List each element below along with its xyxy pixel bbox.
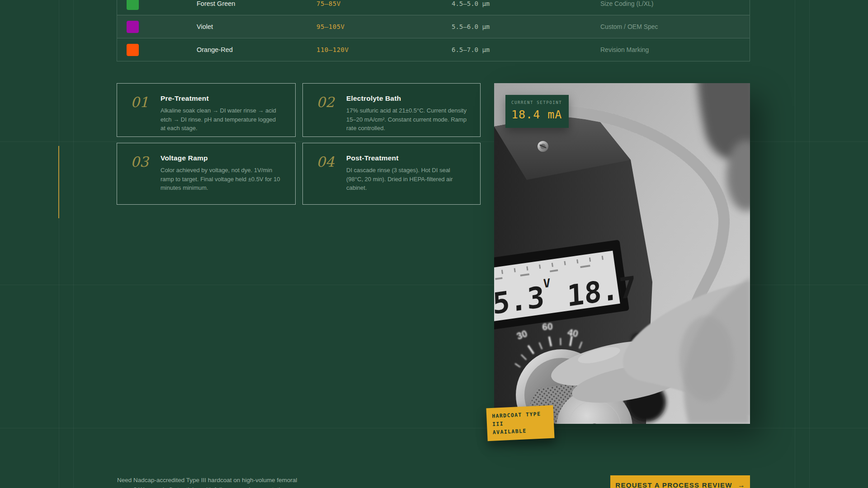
- step-number: 01: [131, 94, 151, 126]
- grid-line: [795, 0, 795, 488]
- application-label: Revision Marking: [600, 46, 750, 53]
- grid-line: [0, 428, 868, 428]
- footer-note: Need Nadcap-accredited Type III hardcoat…: [117, 475, 325, 488]
- cta-label: REQUEST A PROCESS REVIEW: [615, 481, 732, 488]
- display-voltage-unit: V: [543, 276, 551, 291]
- voltage-range: 75–85V: [316, 0, 452, 7]
- footer-note-line1: Need Nadcap-accredited Type III hardcoat…: [117, 475, 325, 485]
- current-setpoint-badge: CURRENT SETPOINT 18.4 mA: [505, 95, 569, 128]
- request-process-review-button[interactable]: REQUEST A PROCESS REVIEW →: [610, 475, 750, 488]
- grid-line: [73, 0, 74, 488]
- step-title: Pre-Treatment: [160, 94, 282, 103]
- step-number: 03: [131, 154, 151, 193]
- setpoint-label: CURRENT SETPOINT: [511, 100, 563, 105]
- arrow-right-icon: →: [738, 481, 745, 488]
- step-title: Post-Treatment: [346, 154, 467, 162]
- step-description: Alkaline soak clean → DI water rinse → a…: [160, 106, 282, 133]
- step-content: Post-Treatment DI cascade rinse (3 stage…: [346, 154, 467, 193]
- step-number: 04: [316, 154, 337, 193]
- step-description: 17% sulfuric acid at 21±0.5°C. Current d…: [346, 106, 467, 133]
- color-swatch: [127, 44, 139, 56]
- step-content: Voltage Ramp Color achieved by voltage, …: [160, 154, 282, 193]
- application-label: Size Coding (L/XL): [600, 0, 750, 7]
- grid-line: [59, 0, 59, 488]
- application-label: Custom / OEM Spec: [600, 23, 750, 30]
- step-content: Electrolyte Bath 17% sulfuric acid at 21…: [346, 94, 467, 126]
- step-title: Electrolyte Bath: [346, 94, 467, 103]
- thickness-range: 5.5–6.0 µm: [452, 23, 600, 30]
- thickness-range: 6.5–7.0 µm: [452, 46, 600, 53]
- color-name: Forest Green: [197, 0, 316, 7]
- anodizing-process-page: Forest Green 75–85V 4.5–5.0 µm Size Codi…: [0, 0, 868, 488]
- step-description: Color achieved by voltage, not dye. 1V/m…: [160, 166, 282, 192]
- dial-number: 60: [542, 321, 553, 332]
- process-card-pre-treatment: 01 Pre-Treatment Alkaline soak clean → D…: [117, 83, 296, 137]
- process-card-electrolyte-bath: 02 Electrolyte Bath 17% sulfuric acid at…: [302, 83, 481, 137]
- dial-number: 40: [566, 327, 579, 339]
- color-swatch: [127, 21, 139, 33]
- color-spec-table: Forest Green 75–85V 4.5–5.0 µm Size Codi…: [117, 0, 750, 61]
- table-row: Orange-Red 110–120V 6.5–7.0 µm Revision …: [117, 38, 750, 61]
- footer-note-line2: stems? We can do first articles with ful…: [117, 485, 325, 488]
- color-swatch: [127, 0, 139, 10]
- color-name: Orange-Red: [197, 46, 316, 53]
- voltage-range: 110–120V: [316, 46, 452, 53]
- color-name: Violet: [197, 23, 316, 30]
- swatch-cell: [117, 44, 197, 56]
- table-row: Violet 95–105V 5.5–6.0 µm Custom / OEM S…: [117, 15, 750, 38]
- step-description: DI cascade rinse (3 stages). Hot DI seal…: [346, 166, 467, 192]
- grid-line: [809, 0, 810, 488]
- tag-line1: HARDCOAT TYPE III: [492, 410, 548, 428]
- swatch-cell: [117, 21, 197, 33]
- thickness-range: 4.5–5.0 µm: [452, 0, 600, 7]
- accent-line: [58, 146, 59, 218]
- swatch-cell: [117, 0, 197, 10]
- hardcoat-availability-tag: HARDCOAT TYPE III AVAILABLE: [486, 405, 554, 441]
- table-row: Forest Green 75–85V 4.5–5.0 µm Size Codi…: [117, 0, 750, 15]
- step-number: 02: [316, 94, 337, 126]
- panel-screw: [538, 141, 548, 152]
- setpoint-value: 18.4 mA: [511, 108, 563, 121]
- step-content: Pre-Treatment Alkaline soak clean → DI w…: [160, 94, 282, 126]
- equipment-photo: 5.3 V 18.7 30 60 40: [494, 83, 750, 424]
- voltage-range: 95–105V: [316, 23, 452, 30]
- step-title: Voltage Ramp: [160, 154, 282, 162]
- process-card-voltage-ramp: 03 Voltage Ramp Color achieved by voltag…: [117, 143, 296, 205]
- process-card-post-treatment: 04 Post-Treatment DI cascade rinse (3 st…: [302, 143, 481, 205]
